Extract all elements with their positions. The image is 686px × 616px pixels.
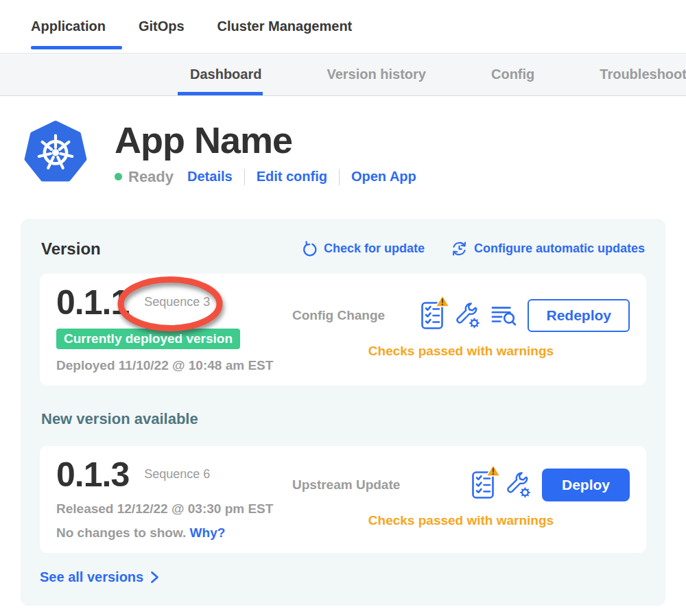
details-link[interactable]: Details (187, 169, 233, 185)
subnav-tab-version-history[interactable]: Version history (327, 54, 426, 95)
see-all-versions-label: See all versions (40, 569, 143, 585)
config-wrench-icon[interactable] (454, 302, 480, 329)
configure-automatic-updates-label: Configure automatic updates (474, 241, 645, 256)
divider (339, 169, 340, 185)
subnav-tab-troubleshoot[interactable]: Troubleshoot (600, 54, 686, 95)
app-sub-nav: Dashboard Version history Config Trouble… (0, 54, 686, 96)
app-name-title: App Name (115, 121, 416, 160)
version-panel: Version Check for update Configure autom… (21, 219, 665, 606)
version-panel-header: Version Check for update Configure autom… (41, 239, 645, 259)
open-app-link[interactable]: Open App (351, 169, 416, 185)
kubernetes-logo-icon (24, 119, 87, 185)
available-checks-status: Checks passed with warnings (292, 513, 630, 528)
subnav-tab-config[interactable]: Config (491, 54, 534, 95)
auto-update-clock-icon (451, 240, 468, 257)
why-link[interactable]: Why? (190, 525, 226, 540)
current-version-card: 0.1.1 Sequence 3 Currently deployed vers… (40, 274, 646, 386)
redeploy-button[interactable]: Redeploy (528, 299, 630, 332)
currently-deployed-badge: Currently deployed version (56, 329, 240, 349)
current-source-label: Config Change (292, 308, 385, 323)
no-changes-text: No changes to show. (56, 525, 186, 540)
released-timestamp: Released 12/12/22 @ 03:30 pm EST (56, 501, 292, 517)
divider (244, 169, 245, 185)
available-source-label: Upstream Update (292, 477, 400, 493)
current-checks-status: Checks passed with warnings (292, 344, 630, 359)
configure-automatic-updates-button[interactable]: Configure automatic updates (451, 240, 645, 257)
check-for-update-label: Check for update (324, 241, 425, 256)
deployed-timestamp: Deployed 11/10/22 @ 10:48 am EST (56, 358, 292, 373)
deploy-button[interactable]: Deploy (542, 469, 630, 501)
diff-magnifier-icon[interactable] (490, 304, 517, 327)
current-version-number: 0.1.1 (56, 285, 129, 320)
available-version-sequence: Sequence 6 (144, 467, 210, 482)
status-dot-icon (115, 173, 122, 180)
refresh-icon (301, 241, 318, 257)
edit-config-link[interactable]: Edit config (257, 169, 327, 185)
app-header: App Name Ready Details Edit config Open … (0, 96, 686, 186)
check-for-update-button[interactable]: Check for update (301, 241, 425, 257)
warning-triangle-icon (486, 464, 501, 477)
top-tab-application[interactable]: Application (31, 0, 106, 53)
version-heading: Version (41, 239, 275, 259)
chevron-right-icon (150, 571, 159, 584)
no-changes-row: No changes to show. Why? (56, 525, 292, 541)
app-status-row: Ready Details Edit config Open App (115, 168, 416, 186)
top-tab-cluster-management[interactable]: Cluster Management (217, 0, 353, 53)
preflight-checklist-icon[interactable] (421, 301, 444, 330)
top-nav: Application GitOps Cluster Management (0, 0, 686, 54)
warning-triangle-icon (435, 294, 450, 308)
see-all-versions-link[interactable]: See all versions (40, 569, 646, 585)
top-tab-gitops[interactable]: GitOps (139, 0, 185, 53)
current-version-sequence: Sequence 3 (144, 295, 210, 309)
preflight-checklist-icon[interactable] (471, 471, 495, 499)
available-version-card: 0.1.3 Sequence 6 Released 12/12/22 @ 03:… (40, 446, 646, 553)
status-label: Ready (128, 168, 174, 186)
config-wrench-icon[interactable] (505, 471, 531, 499)
subnav-tab-dashboard[interactable]: Dashboard (190, 54, 261, 95)
new-version-available-heading: New version available (41, 410, 645, 428)
available-version-number: 0.1.3 (56, 458, 129, 492)
